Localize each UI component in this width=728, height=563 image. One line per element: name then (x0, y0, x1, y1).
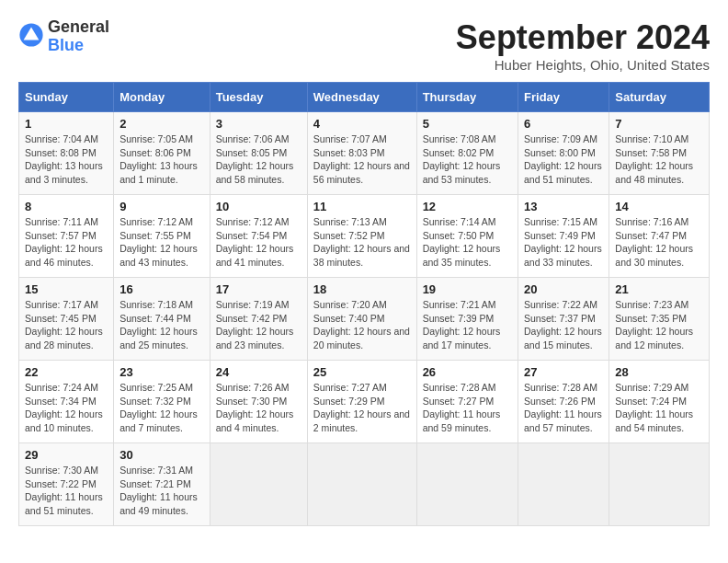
day-number: 27 (524, 365, 603, 379)
day-info: Sunrise: 7:23 AM Sunset: 7:35 PM Dayligh… (615, 298, 703, 352)
day-info: Sunrise: 7:31 AM Sunset: 7:21 PM Dayligh… (119, 464, 204, 518)
day-info: Sunrise: 7:10 AM Sunset: 7:58 PM Dayligh… (615, 132, 703, 187)
calendar-cell: 2 Sunrise: 7:05 AM Sunset: 8:06 PM Dayli… (114, 112, 210, 195)
sunrise-label: Sunrise: 7:08 AM (423, 133, 496, 144)
daylight-label: Daylight: 12 hours and 4 minutes. (216, 408, 294, 433)
sunrise-label: Sunrise: 7:16 AM (615, 216, 688, 227)
sunrise-label: Sunrise: 7:20 AM (313, 299, 387, 310)
daylight-label: Daylight: 12 hours and 43 minutes. (119, 243, 198, 268)
calendar-week-row: 29 Sunrise: 7:30 AM Sunset: 7:22 PM Dayl… (19, 443, 710, 526)
day-info: Sunrise: 7:29 AM Sunset: 7:24 PM Dayligh… (615, 381, 703, 435)
day-info: Sunrise: 7:28 AM Sunset: 7:26 PM Dayligh… (524, 381, 603, 435)
daylight-label: Daylight: 12 hours and 35 minutes. (423, 243, 501, 268)
daylight-label: Daylight: 12 hours and 53 minutes. (423, 160, 501, 185)
day-header-saturday: Saturday (609, 83, 710, 112)
calendar-cell: 9 Sunrise: 7:12 AM Sunset: 7:55 PM Dayli… (114, 195, 210, 278)
day-number: 17 (216, 282, 301, 296)
sunrise-label: Sunrise: 7:19 AM (216, 299, 290, 310)
sunset-label: Sunset: 7:57 PM (25, 230, 97, 241)
sunset-label: Sunset: 7:39 PM (423, 313, 495, 324)
day-number: 6 (524, 117, 603, 131)
sunset-label: Sunset: 7:55 PM (119, 230, 191, 241)
calendar-cell: 14 Sunrise: 7:16 AM Sunset: 7:47 PM Dayl… (609, 195, 710, 278)
day-header-friday: Friday (518, 83, 609, 112)
sunrise-label: Sunrise: 7:26 AM (216, 382, 290, 393)
day-info: Sunrise: 7:05 AM Sunset: 8:06 PM Dayligh… (119, 132, 204, 187)
day-number: 9 (119, 200, 204, 213)
calendar-cell: 12 Sunrise: 7:14 AM Sunset: 7:50 PM Dayl… (416, 195, 518, 278)
day-header-thursday: Thursday (416, 83, 518, 112)
calendar-cell: 18 Sunrise: 7:20 AM Sunset: 7:40 PM Dayl… (307, 278, 416, 361)
day-info: Sunrise: 7:12 AM Sunset: 7:54 PM Dayligh… (216, 215, 301, 270)
day-info: Sunrise: 7:12 AM Sunset: 7:55 PM Dayligh… (119, 215, 204, 270)
sunrise-label: Sunrise: 7:12 AM (119, 216, 193, 227)
sunset-label: Sunset: 7:54 PM (216, 230, 288, 241)
day-info: Sunrise: 7:15 AM Sunset: 7:49 PM Dayligh… (524, 215, 603, 270)
sunrise-label: Sunrise: 7:24 AM (25, 382, 98, 393)
day-info: Sunrise: 7:06 AM Sunset: 8:05 PM Dayligh… (216, 132, 301, 187)
day-number: 18 (313, 282, 411, 296)
calendar-cell: 17 Sunrise: 7:19 AM Sunset: 7:42 PM Dayl… (210, 278, 307, 361)
sunrise-label: Sunrise: 7:12 AM (216, 216, 290, 227)
day-number: 15 (25, 282, 108, 296)
daylight-label: Daylight: 12 hours and 56 minutes. (313, 160, 410, 185)
calendar-cell: 13 Sunrise: 7:15 AM Sunset: 7:49 PM Dayl… (518, 195, 609, 278)
day-info: Sunrise: 7:24 AM Sunset: 7:34 PM Dayligh… (25, 381, 108, 435)
sunrise-label: Sunrise: 7:17 AM (25, 299, 98, 310)
day-number: 4 (313, 117, 411, 131)
sunset-label: Sunset: 8:06 PM (119, 147, 191, 158)
sunset-label: Sunset: 7:52 PM (313, 230, 385, 241)
day-info: Sunrise: 7:30 AM Sunset: 7:22 PM Dayligh… (25, 464, 108, 518)
calendar-header-row: SundayMondayTuesdayWednesdayThursdayFrid… (19, 83, 710, 112)
logo-icon (18, 22, 44, 48)
daylight-label: Daylight: 12 hours and 30 minutes. (615, 243, 693, 268)
sunset-label: Sunset: 7:58 PM (615, 147, 687, 158)
day-number: 20 (524, 282, 603, 296)
day-number: 10 (216, 200, 301, 213)
day-number: 23 (119, 365, 204, 379)
sunset-label: Sunset: 7:35 PM (615, 313, 687, 324)
day-header-wednesday: Wednesday (307, 83, 416, 112)
calendar-cell: 30 Sunrise: 7:31 AM Sunset: 7:21 PM Dayl… (114, 443, 210, 526)
sunset-label: Sunset: 8:02 PM (423, 147, 495, 158)
sunrise-label: Sunrise: 7:14 AM (423, 216, 496, 227)
calendar-cell: 7 Sunrise: 7:10 AM Sunset: 7:58 PM Dayli… (609, 112, 710, 195)
daylight-label: Daylight: 12 hours and 7 minutes. (119, 408, 198, 433)
calendar-cell: 5 Sunrise: 7:08 AM Sunset: 8:02 PM Dayli… (416, 112, 518, 195)
day-info: Sunrise: 7:22 AM Sunset: 7:37 PM Dayligh… (524, 298, 603, 352)
calendar-cell (609, 443, 710, 526)
day-info: Sunrise: 7:09 AM Sunset: 8:00 PM Dayligh… (524, 132, 603, 187)
sunset-label: Sunset: 7:45 PM (25, 313, 97, 324)
day-number: 28 (615, 365, 703, 379)
sunrise-label: Sunrise: 7:18 AM (119, 299, 193, 310)
calendar-cell: 27 Sunrise: 7:28 AM Sunset: 7:26 PM Dayl… (518, 361, 609, 443)
sunrise-label: Sunrise: 7:28 AM (423, 382, 496, 393)
calendar-table: SundayMondayTuesdayWednesdayThursdayFrid… (18, 82, 710, 526)
day-number: 1 (25, 117, 108, 131)
calendar-cell (416, 443, 518, 526)
day-info: Sunrise: 7:07 AM Sunset: 8:03 PM Dayligh… (313, 132, 411, 187)
day-info: Sunrise: 7:21 AM Sunset: 7:39 PM Dayligh… (423, 298, 512, 352)
calendar-cell: 22 Sunrise: 7:24 AM Sunset: 7:34 PM Dayl… (19, 361, 114, 443)
daylight-label: Daylight: 11 hours and 59 minutes. (423, 408, 501, 433)
day-header-sunday: Sunday (19, 83, 114, 112)
calendar-cell: 6 Sunrise: 7:09 AM Sunset: 8:00 PM Dayli… (518, 112, 609, 195)
calendar-cell: 28 Sunrise: 7:29 AM Sunset: 7:24 PM Dayl… (609, 361, 710, 443)
sunset-label: Sunset: 7:47 PM (615, 230, 687, 241)
day-info: Sunrise: 7:26 AM Sunset: 7:30 PM Dayligh… (216, 381, 301, 435)
day-number: 29 (25, 448, 108, 462)
day-number: 24 (216, 365, 301, 379)
day-header-monday: Monday (114, 83, 210, 112)
sunset-label: Sunset: 8:05 PM (216, 147, 288, 158)
day-info: Sunrise: 7:13 AM Sunset: 7:52 PM Dayligh… (313, 215, 411, 270)
calendar-cell: 4 Sunrise: 7:07 AM Sunset: 8:03 PM Dayli… (307, 112, 416, 195)
daylight-label: Daylight: 12 hours and 23 minutes. (216, 326, 294, 350)
calendar-cell: 10 Sunrise: 7:12 AM Sunset: 7:54 PM Dayl… (210, 195, 307, 278)
sunrise-label: Sunrise: 7:27 AM (313, 382, 387, 393)
day-number: 30 (119, 448, 204, 462)
sunset-label: Sunset: 7:50 PM (423, 230, 495, 241)
sunset-label: Sunset: 7:24 PM (615, 396, 687, 407)
day-number: 22 (25, 365, 108, 379)
sunrise-label: Sunrise: 7:07 AM (313, 133, 387, 144)
daylight-label: Daylight: 12 hours and 41 minutes. (216, 243, 294, 268)
